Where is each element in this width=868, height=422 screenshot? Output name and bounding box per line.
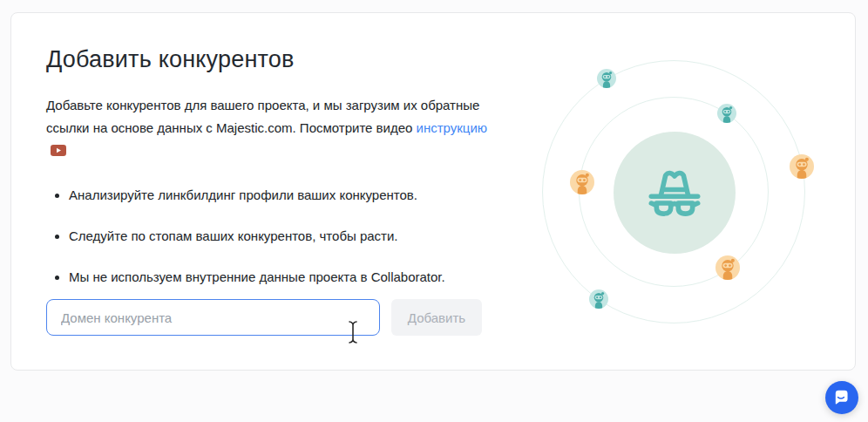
- text-cursor-ibeam: [347, 320, 359, 348]
- robot-avatar-icon: [589, 289, 608, 309]
- page-title: Добавить конкурентов: [46, 46, 499, 73]
- incognito-circle: [614, 132, 736, 254]
- add-competitors-card: Добавить конкурентов Добавьте конкуренто…: [10, 12, 856, 371]
- robot-avatar-icon: [790, 154, 814, 179]
- benefits-list: Анализируйте линкбилдинг профили ваших к…: [46, 184, 499, 289]
- robot-avatar-icon: [570, 170, 594, 194]
- list-item: Мы не используем внутренние данные проек…: [69, 266, 499, 289]
- list-item: Следуйте по стопам ваших конкурентов, чт…: [69, 225, 499, 248]
- robot-avatar-icon: [597, 69, 616, 88]
- description-body: Добавьте конкурентов для вашего проекта,…: [46, 98, 479, 135]
- add-competitor-form: Добавить: [46, 299, 482, 336]
- robot-avatar-icon: [717, 104, 736, 123]
- chat-launcher-button[interactable]: [825, 381, 858, 414]
- video-instruction-link[interactable]: инструкцию: [417, 120, 488, 135]
- incognito-spy-icon: [637, 155, 712, 230]
- competitor-domain-input[interactable]: [46, 299, 380, 336]
- add-competitor-button[interactable]: Добавить: [391, 299, 482, 336]
- list-item: Анализируйте линкбилдинг профили ваших к…: [69, 184, 499, 207]
- youtube-icon: [51, 140, 66, 163]
- robot-avatar-icon: [715, 255, 740, 280]
- competitors-orbit-illustration: [535, 53, 814, 332]
- card-content: Добавить конкурентов Добавьте конкуренто…: [46, 46, 499, 289]
- messenger-chat-icon: [832, 388, 851, 407]
- description-text: Добавьте конкурентов для вашего проекта,…: [46, 94, 489, 163]
